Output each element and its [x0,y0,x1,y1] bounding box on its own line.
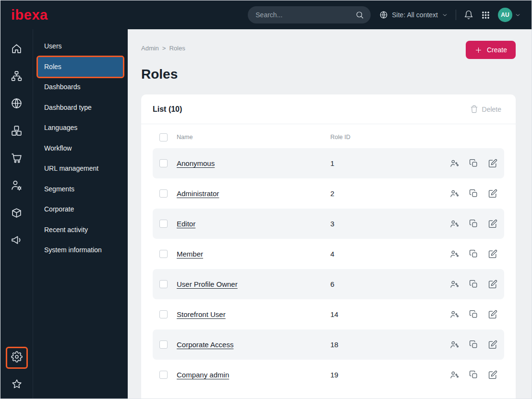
plus-icon [474,46,483,54]
megaphone-icon[interactable] [0,226,33,254]
row-checkbox[interactable] [159,159,168,167]
topbar-right: Site: All context AU [379,8,521,22]
assign-button[interactable] [450,310,459,319]
sidebar-item-users[interactable]: Users [38,36,123,57]
ibexa-logo[interactable]: ibexa [11,8,48,22]
role-id: 6 [330,280,430,288]
role-id: 4 [330,250,430,258]
assign-button[interactable] [450,159,459,168]
roles-list-card: List (10) Delete Name Role ID [141,94,516,399]
role-name-link[interactable]: Storefront User [177,310,330,318]
role-name-link[interactable]: Member [177,250,330,258]
assign-button[interactable] [450,280,459,289]
role-name-link[interactable]: User Profile Owner [177,280,330,288]
row-checkbox[interactable] [159,220,168,228]
topbar-divider [456,10,456,20]
bell-icon[interactable] [464,10,473,20]
cart-icon[interactable] [0,144,33,172]
sidebar-item-dashboard-type[interactable]: Dashboard type [38,98,123,118]
sidebar-item-recent-activity[interactable]: Recent activity [38,220,123,240]
copy-button[interactable] [469,189,478,198]
create-button[interactable]: Create [466,41,516,59]
row-checkbox[interactable] [159,250,168,258]
edit-button[interactable] [488,249,497,258]
globe-icon[interactable] [0,90,33,117]
roles-table: Name Role ID Anonymous 1 Administrator 2 [141,124,516,390]
copy-button[interactable] [469,370,478,379]
globe-icon [379,11,388,19]
copy-button[interactable] [469,340,478,349]
role-name-link[interactable]: Company admin [177,371,330,379]
row-checkbox[interactable] [159,371,168,379]
site-context-selector[interactable]: Site: All context [379,11,448,19]
sidebar-item-segments[interactable]: Segments [38,179,123,200]
copy-button[interactable] [469,310,478,319]
copy-button[interactable] [469,159,478,168]
role-id: 19 [330,371,430,379]
global-search[interactable] [248,6,371,23]
star-icon[interactable] [11,375,23,394]
edit-button[interactable] [488,159,497,168]
main-content: Admin > Roles Create Roles List (10) [128,29,532,399]
row-checkbox[interactable] [159,310,168,318]
user-menu[interactable]: AU [498,8,521,22]
sidebar-item-roles[interactable]: Roles [38,57,123,77]
role-name-link[interactable]: Anonymous [177,159,330,167]
sidebar-item-corporate[interactable]: Corporate [38,200,123,220]
assign-button[interactable] [450,219,459,228]
copy-button[interactable] [469,280,478,289]
create-button-label: Create [487,46,507,54]
assign-button[interactable] [450,249,459,258]
avatar[interactable]: AU [498,8,512,22]
list-count-title: List (10) [153,105,182,114]
sidebar-item-languages[interactable]: Languages [38,118,123,138]
table-row: Administrator 2 [153,178,504,209]
table-row: Anonymous 1 [153,148,504,178]
row-checkbox[interactable] [159,189,168,198]
role-name-link[interactable]: Corporate Access [177,340,330,349]
role-name-link[interactable]: Administrator [177,189,330,198]
edit-button[interactable] [488,219,497,228]
copy-button[interactable] [469,249,478,258]
sidebar-menu: UsersRolesDashboardsDashboard typeLangua… [33,29,128,399]
search-icon[interactable] [355,11,364,19]
row-checkbox[interactable] [159,280,168,288]
role-id: 3 [330,220,430,228]
edit-button[interactable] [488,280,497,289]
copy-button[interactable] [469,219,478,228]
role-id: 18 [330,340,430,349]
edit-button[interactable] [488,310,497,319]
table-header-row: Name Role ID [153,126,504,148]
user-settings-icon[interactable] [0,172,33,199]
edit-button[interactable] [488,340,497,349]
settings-highlight-box[interactable] [6,347,28,369]
assign-button[interactable] [450,340,459,349]
sitemap-icon[interactable] [0,62,33,90]
assign-button[interactable] [450,189,459,198]
table-row: Editor 3 [153,209,504,239]
role-name-link[interactable]: Editor [177,220,330,228]
chevron-down-icon [515,12,521,18]
package-icon[interactable] [0,199,33,226]
edit-button[interactable] [488,370,497,379]
sidebar-item-workflow[interactable]: Workflow [38,139,123,159]
blocks-icon[interactable] [0,117,33,144]
breadcrumb-admin[interactable]: Admin [141,45,159,52]
assign-button[interactable] [450,370,459,379]
home-icon[interactable] [0,35,33,62]
settings-gear-icon[interactable] [11,351,23,364]
delete-button[interactable]: Delete [467,105,504,114]
column-header-name: Name [177,134,330,141]
column-header-role-id: Role ID [330,134,430,141]
sidebar-item-system-information[interactable]: System information [38,240,123,260]
topbar: ibexa Site: All context [0,0,532,29]
edit-button[interactable] [488,189,497,198]
apps-grid-icon[interactable] [481,11,490,20]
select-all-checkbox[interactable] [159,133,168,141]
row-checkbox[interactable] [159,340,168,349]
role-id: 1 [330,159,430,167]
search-input[interactable] [254,11,351,19]
sidebar-item-url-management[interactable]: URL management [38,159,123,179]
sidebar-item-dashboards[interactable]: Dashboards [38,77,123,97]
breadcrumb-roles[interactable]: Roles [169,45,185,52]
